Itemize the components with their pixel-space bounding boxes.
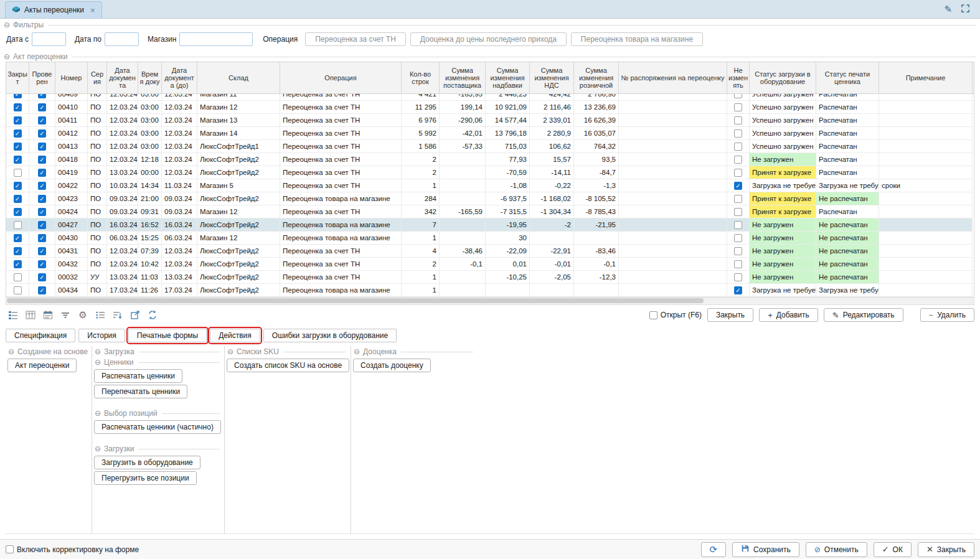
table-row[interactable]: ✓✓00411ПО12.03.2403:0012.03.24Магазин 13… <box>6 114 974 127</box>
add-button[interactable]: +Добавить <box>759 308 818 322</box>
closed-checkbox[interactable] <box>14 221 22 229</box>
column-header[interactable]: Дата документа (до) <box>162 62 197 93</box>
no_change-checkbox[interactable] <box>734 208 742 216</box>
closed-checkbox[interactable]: ✓ <box>14 234 22 242</box>
checked-checkbox[interactable]: ✓ <box>38 260 46 268</box>
closed-checkbox[interactable]: ✓ <box>14 195 22 203</box>
closed-checkbox[interactable]: ✓ <box>14 156 22 164</box>
table-row[interactable]: ✓✓00432ПО12.03.2410:4212.03.24ЛюксСофтТр… <box>6 258 974 271</box>
no_change-checkbox[interactable] <box>734 195 742 203</box>
scrollbar-thumb[interactable] <box>7 298 704 303</box>
table-row[interactable]: ✓00032УУ13.03.2411:0313.03.24ЛюксСофтТре… <box>6 271 974 284</box>
delete-button[interactable]: −Удалить <box>920 308 974 322</box>
checked-checkbox[interactable]: ✓ <box>38 208 46 216</box>
edit-mode-icon[interactable]: ✎ <box>944 4 952 15</box>
save-button[interactable]: Сохранить <box>732 542 799 557</box>
no_change-checkbox[interactable] <box>734 94 742 98</box>
column-header[interactable]: Не изменять <box>727 62 750 93</box>
no_change-checkbox[interactable] <box>734 247 742 255</box>
no_change-checkbox[interactable] <box>734 260 742 268</box>
closed-checkbox[interactable]: ✓ <box>14 247 22 255</box>
table-row[interactable]: ✓✓00422ПО10.03.2414:3411.03.24Магазин 5П… <box>6 179 974 192</box>
closed-checkbox[interactable] <box>14 273 22 281</box>
close-form-button[interactable]: ✕Закрыть <box>918 542 974 557</box>
print-price-tags-partial-button[interactable]: Распечатать ценники (частично) <box>94 420 221 434</box>
checked-checkbox[interactable]: ✓ <box>38 195 46 203</box>
checked-checkbox[interactable]: ✓ <box>38 273 46 281</box>
subtab-2[interactable]: Печатные формы <box>128 329 207 342</box>
checked-checkbox[interactable]: ✓ <box>38 286 46 294</box>
no_change-checkbox[interactable]: ✓ <box>734 286 742 294</box>
date-to-input[interactable] <box>105 32 139 46</box>
open-f6-checkbox[interactable]: Открыт (F6) <box>649 311 702 319</box>
horizontal-scrollbar[interactable] <box>6 298 974 305</box>
table-row[interactable]: ✓✓00409ПО12.03.2403:0012.03.24Магазин 11… <box>6 94 974 101</box>
closed-checkbox[interactable] <box>14 169 22 177</box>
operation-filter-store-revaluation[interactable]: Переоценка товара на магазине <box>571 32 703 46</box>
no_change-checkbox[interactable] <box>734 116 742 124</box>
no_change-checkbox[interactable] <box>734 156 742 164</box>
column-header[interactable]: Сумма изменения розничной <box>574 62 619 93</box>
column-header[interactable]: Серия <box>88 62 107 93</box>
operation-filter-markup-last-receipt[interactable]: Дооценка до цены последнего прихода <box>410 32 567 46</box>
sort-list-icon[interactable] <box>110 308 125 322</box>
column-header[interactable]: Номер <box>55 62 88 93</box>
operation-filter-revaluation-tn[interactable]: Переоценка за счет ТН <box>305 32 406 46</box>
column-header[interactable]: Операция <box>280 62 402 93</box>
refresh-button[interactable]: ⟳ <box>701 542 727 557</box>
open-in-new-icon[interactable] <box>128 308 143 322</box>
store-input[interactable] <box>179 32 253 46</box>
checked-checkbox[interactable]: ✓ <box>38 247 46 255</box>
collapse-icon[interactable]: ⊖ <box>95 445 101 453</box>
create-revaluation-act-button[interactable]: Акт переоценки <box>7 359 77 372</box>
closed-checkbox[interactable]: ✓ <box>14 260 22 268</box>
reload-all-positions-button[interactable]: Перегрузить все позиции <box>94 471 197 485</box>
table-row[interactable]: ✓✓00418ПО12.03.2412:1812.03.24ЛюксСофтТр… <box>6 153 974 166</box>
detail-view-icon[interactable] <box>6 308 21 322</box>
checked-checkbox[interactable]: ✓ <box>38 169 46 177</box>
closed-checkbox[interactable]: ✓ <box>14 94 22 98</box>
column-header[interactable]: Сумма изменения надбавки <box>486 62 530 93</box>
numbered-list-icon[interactable] <box>93 308 108 322</box>
table-row[interactable]: ✓✓00412ПО12.03.2403:0012.03.24Магазин 14… <box>6 127 974 140</box>
fullscreen-icon[interactable] <box>961 4 970 15</box>
closed-checkbox[interactable]: ✓ <box>14 182 22 190</box>
collapse-icon[interactable]: ⊖ <box>4 21 10 29</box>
closed-checkbox[interactable]: ✓ <box>14 116 22 124</box>
closed-checkbox[interactable]: ✓ <box>14 143 22 151</box>
no_change-checkbox[interactable]: ✓ <box>734 182 742 190</box>
checked-checkbox[interactable]: ✓ <box>38 156 46 164</box>
table-row[interactable]: ✓00427ПО16.03.2416:5216.03.24ЛюксСофтТре… <box>6 218 974 232</box>
checked-checkbox[interactable]: ✓ <box>38 116 46 124</box>
edit-button[interactable]: ✎Редактировать <box>824 308 903 322</box>
filter-icon[interactable] <box>58 308 73 322</box>
table-view-icon[interactable] <box>23 308 38 322</box>
column-header[interactable]: Кол-во строк <box>402 62 440 93</box>
settings-gear-icon[interactable]: ⚙ <box>75 308 90 322</box>
enable-correction-checkbox[interactable]: Включить корректировку на форме <box>6 545 139 554</box>
cancel-button[interactable]: ⊘Отменить <box>806 542 867 557</box>
table-row[interactable]: ✓✓00430ПО06.03.2415:2506.03.24Магазин 12… <box>6 232 974 245</box>
checked-checkbox[interactable]: ✓ <box>38 143 46 151</box>
table-row[interactable]: ✓✓00431ПО12.03.2407:3912.03.24ЛюксСофтТр… <box>6 245 974 258</box>
closed-checkbox[interactable]: ✓ <box>14 129 22 138</box>
doc-tab-close-icon[interactable]: × <box>90 6 95 15</box>
collapse-icon[interactable]: ⊖ <box>95 359 101 366</box>
calendar-icon[interactable] <box>40 308 55 322</box>
column-header[interactable]: Статус печати ценника <box>816 62 879 93</box>
column-header[interactable]: Дата документа <box>107 62 138 93</box>
checked-checkbox[interactable]: ✓ <box>38 103 46 111</box>
create-sku-list-button[interactable]: Создать список SKU на основе <box>227 359 349 372</box>
column-header[interactable]: Склад <box>197 62 280 93</box>
table-row[interactable]: ✓✓00424ПО09.03.2409:3109.03.24Магазин 12… <box>6 205 974 218</box>
collapse-icon[interactable]: ⊖ <box>95 410 101 417</box>
subtab-0[interactable]: Спецификация <box>6 329 75 342</box>
subtab-3[interactable]: Действия <box>210 329 260 342</box>
collapse-icon[interactable]: ⊖ <box>227 348 233 355</box>
checkbox[interactable] <box>6 545 14 553</box>
no_change-checkbox[interactable] <box>734 234 742 242</box>
column-header[interactable]: № распоряжения на переоценку <box>619 62 727 93</box>
no_change-checkbox[interactable] <box>734 103 742 111</box>
subtab-1[interactable]: История <box>78 329 125 342</box>
collapse-icon[interactable]: ⊖ <box>8 348 14 355</box>
